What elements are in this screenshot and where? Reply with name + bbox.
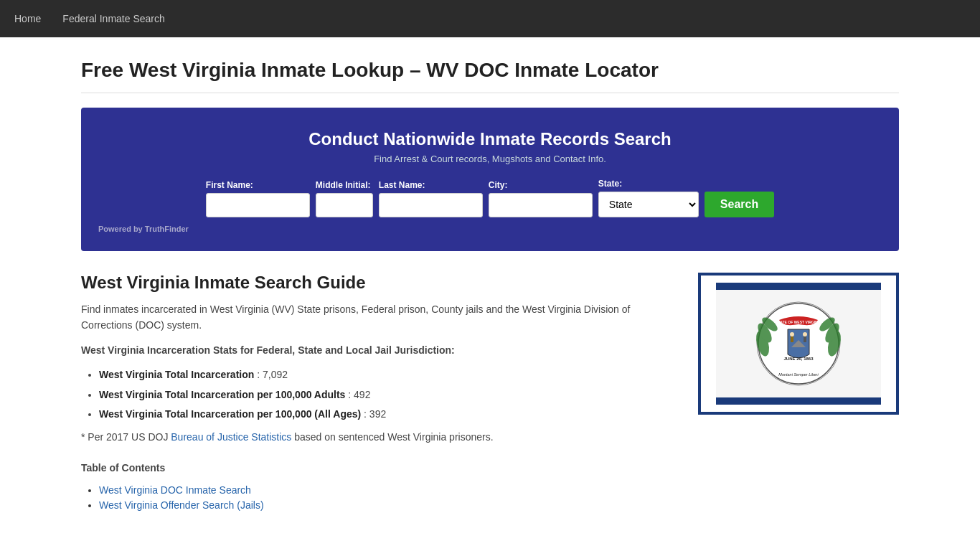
first-name-group: First Name: <box>206 180 310 217</box>
stats-heading: West Virginia Incarceration Stats for Fe… <box>81 342 677 358</box>
toc-item: West Virginia Offender Search (Jails) <box>99 499 677 511</box>
page-title: Free West Virginia Inmate Lookup – WV DO… <box>81 59 899 93</box>
svg-rect-2 <box>716 397 881 405</box>
stat-item: West Virginia Total Incarceration : 7,09… <box>99 367 677 382</box>
nav-federal-inmate-search[interactable]: Federal Inmate Search <box>62 13 164 24</box>
svg-text:Montani Semper Liberi: Montani Semper Liberi <box>778 372 819 377</box>
stat-item: West Virginia Total Incarceration per 10… <box>99 387 677 402</box>
svg-rect-13 <box>791 336 793 342</box>
guide-section: West Virginia Inmate Search Guide Find i… <box>81 273 899 514</box>
toc-list: West Virginia DOC Inmate SearchWest Virg… <box>81 484 677 511</box>
powered-by-text: Powered by TruthFinder <box>95 225 885 233</box>
search-form: First Name: Middle Initial: Last Name: C… <box>95 179 885 217</box>
banner-subtitle: Find Arrest & Court records, Mugshots an… <box>95 154 885 164</box>
toc-heading: Table of Contents <box>81 460 677 476</box>
svg-rect-1 <box>716 283 881 290</box>
svg-text:JUNE 20, 1863: JUNE 20, 1863 <box>783 357 814 361</box>
middle-initial-group: Middle Initial: <box>316 180 373 217</box>
search-button[interactable]: Search <box>705 192 774 217</box>
toc-item: West Virginia DOC Inmate Search <box>99 484 677 496</box>
banner-heading: Conduct Nationwide Inmate Records Search <box>95 129 885 149</box>
svg-point-12 <box>790 332 794 336</box>
stats-list: West Virginia Total Incarceration : 7,09… <box>81 367 677 422</box>
wv-flag-box: STATE OF WEST VIRGINIA JUNE 20, 1863 Mon… <box>698 273 899 415</box>
city-label: City: <box>489 180 508 190</box>
navigation: Home Federal Inmate Search <box>0 0 980 37</box>
guide-title: West Virginia Inmate Search Guide <box>81 273 677 293</box>
svg-point-14 <box>803 332 807 336</box>
state-select[interactable]: StateALAKAZARCACOCTDEFLGAHIIDILINIAKSKYL… <box>598 192 699 217</box>
toc-link[interactable]: West Virginia DOC Inmate Search <box>99 484 251 496</box>
svg-rect-15 <box>804 336 806 342</box>
first-name-input[interactable] <box>206 193 310 217</box>
search-banner: Conduct Nationwide Inmate Records Search… <box>81 108 899 251</box>
svg-text:STATE OF WEST VIRGINIA: STATE OF WEST VIRGINIA <box>776 320 821 324</box>
main-content: Free West Virginia Inmate Lookup – WV DO… <box>67 37 913 536</box>
toc-section: Table of Contents West Virginia DOC Inma… <box>81 460 677 511</box>
nav-home[interactable]: Home <box>14 13 41 24</box>
toc-link[interactable]: West Virginia Offender Search (Jails) <box>99 499 264 511</box>
city-input[interactable] <box>489 193 593 217</box>
middle-initial-label: Middle Initial: <box>316 180 371 190</box>
wv-flag-svg: STATE OF WEST VIRGINIA JUNE 20, 1863 Mon… <box>716 283 881 405</box>
middle-initial-input[interactable] <box>316 193 373 217</box>
last-name-group: Last Name: <box>379 180 483 217</box>
state-label: State: <box>598 179 622 189</box>
source-note-suffix: based on sentenced West Virginia prisone… <box>291 431 493 443</box>
guide-description: Find inmates incarcerated in West Virgin… <box>81 301 677 334</box>
state-group: State: StateALAKAZARCACOCTDEFLGAHIIDILIN… <box>598 179 699 217</box>
last-name-label: Last Name: <box>379 180 425 190</box>
guide-text: West Virginia Inmate Search Guide Find i… <box>81 273 677 514</box>
city-group: City: <box>489 180 593 217</box>
last-name-input[interactable] <box>379 193 483 217</box>
first-name-label: First Name: <box>206 180 253 190</box>
stat-item: West Virginia Total Incarceration per 10… <box>99 406 677 422</box>
source-note: * Per 2017 US DOJ Bureau of Justice Stat… <box>81 429 677 445</box>
state-flag-container: STATE OF WEST VIRGINIA JUNE 20, 1863 Mon… <box>698 273 899 415</box>
bjs-link[interactable]: Bureau of Justice Statistics <box>171 431 291 443</box>
source-note-prefix: * Per 2017 US DOJ <box>81 431 171 443</box>
